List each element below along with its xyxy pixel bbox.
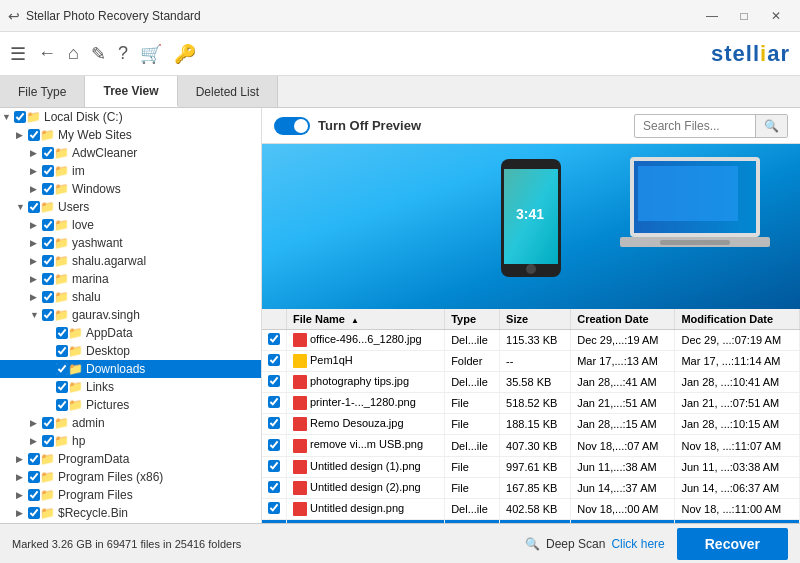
col-type[interactable]: Type [445, 309, 500, 330]
tree-item[interactable]: ▶📁hp [0, 432, 261, 450]
cart-icon[interactable]: 🛒 [140, 43, 162, 65]
tree-item[interactable]: ▼📁Users [0, 198, 261, 216]
deep-scan-link[interactable]: Click here [611, 537, 664, 551]
tree-checkbox[interactable] [56, 399, 68, 411]
folder-icon: 📁 [40, 488, 55, 502]
preview-toggle[interactable] [274, 117, 310, 135]
tree-checkbox[interactable] [56, 327, 68, 339]
row-checkbox[interactable] [268, 460, 280, 472]
tree-checkbox[interactable] [42, 273, 54, 285]
tree-checkbox[interactable] [42, 237, 54, 249]
tree-item[interactable]: ▶📁im [0, 162, 261, 180]
tree-item[interactable]: ▶📁$Recycle.Bin [0, 504, 261, 522]
tree-checkbox[interactable] [42, 435, 54, 447]
search-button[interactable]: 🔍 [755, 115, 787, 137]
tree-checkbox[interactable] [42, 183, 54, 195]
tree-checkbox[interactable] [56, 381, 68, 393]
row-checkbox[interactable] [268, 439, 280, 451]
table-row[interactable]: photography tips.jpgDel...ile35.58 KBJan… [262, 372, 800, 393]
col-modification-date[interactable]: Modification Date [675, 309, 800, 330]
file-table-header: File Name ▲ Type Size Creation Date Modi… [262, 309, 800, 330]
tree-item[interactable]: ▶📁admin [0, 414, 261, 432]
toolbar-left: ☰ ← ⌂ ✎ ? 🛒 🔑 [10, 43, 196, 65]
minimize-button[interactable]: — [696, 0, 728, 32]
app-icon: ↩ [8, 8, 20, 24]
col-filename[interactable]: File Name ▲ [287, 309, 445, 330]
tree-item[interactable]: ▶📁love [0, 216, 261, 234]
tree-item-label: im [72, 164, 85, 178]
close-button[interactable]: ✕ [760, 0, 792, 32]
table-row[interactable]: Remo Desouza.jpgFile188.15 KBJan 28,...:… [262, 414, 800, 435]
row-checkbox[interactable] [268, 502, 280, 514]
tree-checkbox[interactable] [56, 345, 68, 357]
row-checkbox[interactable] [268, 333, 280, 345]
tree-checkbox[interactable] [28, 507, 40, 519]
tree-checkbox[interactable] [28, 453, 40, 465]
tree-item[interactable]: 📁Downloads [0, 360, 261, 378]
row-checkbox[interactable] [268, 417, 280, 429]
tab-tree-view[interactable]: Tree View [85, 76, 177, 107]
help-icon[interactable]: ? [118, 43, 128, 64]
tree-item-label: AdwCleaner [72, 146, 137, 160]
tree-checkbox[interactable] [28, 471, 40, 483]
tree-checkbox[interactable] [42, 309, 54, 321]
col-size[interactable]: Size [500, 309, 571, 330]
tree-checkbox[interactable] [28, 201, 40, 213]
tree-checkbox[interactable] [28, 489, 40, 501]
back-icon[interactable]: ← [38, 43, 56, 64]
tree-checkbox[interactable] [42, 147, 54, 159]
tree-checkbox[interactable] [42, 255, 54, 267]
image-icon [293, 502, 307, 516]
table-row[interactable]: remove vi...m USB.pngDel...ile407.30 KBN… [262, 435, 800, 456]
folder-icon: 📁 [54, 272, 69, 286]
table-row[interactable]: Untitled design.pngDel...ile402.58 KBNov… [262, 498, 800, 519]
tree-checkbox[interactable] [56, 363, 68, 375]
tree-item[interactable]: ▶📁My Web Sites [0, 126, 261, 144]
tab-file-type[interactable]: File Type [0, 76, 85, 107]
edit-icon[interactable]: ✎ [91, 43, 106, 65]
menu-icon[interactable]: ☰ [10, 43, 26, 65]
table-row[interactable]: Untitled design (1).pngFile997.61 KBJun … [262, 456, 800, 477]
tree-item[interactable]: 📁AppData [0, 324, 261, 342]
tree-item[interactable]: ▶📁ProgramData [0, 450, 261, 468]
tree-item[interactable]: ▼📁Local Disk (C:) [0, 108, 261, 126]
tree-item[interactable]: ▶📁Windows [0, 180, 261, 198]
tree-item[interactable]: ▶📁shalu.agarwal [0, 252, 261, 270]
folder-icon: 📁 [40, 470, 55, 484]
col-creation-date[interactable]: Creation Date [571, 309, 675, 330]
table-row[interactable]: office-496...6_1280.jpgDel...ile115.33 K… [262, 330, 800, 351]
tree-checkbox[interactable] [42, 417, 54, 429]
tree-item[interactable]: ▶📁Program Files (x86) [0, 468, 261, 486]
tree-checkbox[interactable] [42, 219, 54, 231]
table-row[interactable]: Untitled design (2).pngFile167.85 KBJun … [262, 477, 800, 498]
tree-item[interactable]: ▶📁yashwant [0, 234, 261, 252]
tree-item[interactable]: ▶📁Program Files [0, 486, 261, 504]
row-modified: Nov 18, ...:11:00 AM [675, 498, 800, 519]
tree-item[interactable]: 📁Links [0, 378, 261, 396]
tree-item[interactable]: ▶📁Lost Folders [0, 522, 261, 523]
key-icon[interactable]: 🔑 [174, 43, 196, 65]
tree-item[interactable]: ▶📁marina [0, 270, 261, 288]
tree-item[interactable]: ▶📁AdwCleaner [0, 144, 261, 162]
row-size: 1.04 MB [500, 519, 571, 523]
table-row[interactable]: printer-1-..._1280.pngFile518.52 KBJan 2… [262, 393, 800, 414]
table-row[interactable]: Pem1qHFolder--Mar 17,...:13 AMMar 17, ..… [262, 351, 800, 372]
row-checkbox[interactable] [268, 396, 280, 408]
tree-item[interactable]: 📁Desktop [0, 342, 261, 360]
tab-deleted-list[interactable]: Deleted List [178, 76, 278, 107]
row-checkbox[interactable] [268, 354, 280, 366]
home-icon[interactable]: ⌂ [68, 43, 79, 64]
maximize-button[interactable]: □ [728, 0, 760, 32]
search-input[interactable] [635, 116, 755, 136]
tree-checkbox[interactable] [42, 165, 54, 177]
row-checkbox[interactable] [268, 481, 280, 493]
table-row[interactable]: Untitled design.pngFile1.04 MBJun 08,...… [262, 519, 800, 523]
tree-item[interactable]: 📁Pictures [0, 396, 261, 414]
recover-button[interactable]: Recover [677, 528, 788, 560]
tree-checkbox[interactable] [42, 291, 54, 303]
tree-item[interactable]: ▼📁gaurav.singh [0, 306, 261, 324]
tree-item[interactable]: ▶📁shalu [0, 288, 261, 306]
tree-checkbox[interactable] [28, 129, 40, 141]
tree-checkbox[interactable] [14, 111, 26, 123]
row-checkbox[interactable] [268, 375, 280, 387]
